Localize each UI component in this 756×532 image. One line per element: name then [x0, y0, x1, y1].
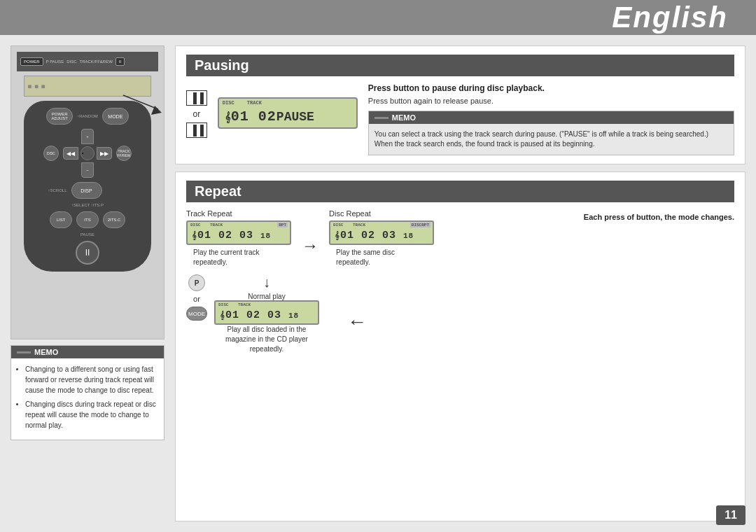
pausing-header: Pausing [186, 55, 734, 76]
disc-btn-label: DISC [47, 151, 55, 155]
track-ff-label: TRACK FF/REW [117, 149, 131, 158]
pause-lcd-display: DISC TRACK 𝄞01 02PAUSE [218, 97, 358, 129]
dr-track-label: TRACK [353, 223, 365, 227]
nav-left[interactable]: ◀◀ [63, 147, 78, 160]
power-button[interactable]: POWERADJUST [46, 108, 73, 125]
remote-row-5: LIST ITS 2ITS.C [29, 211, 146, 228]
power-btn-label: POWERADJUST [51, 112, 67, 120]
pause-or: or [193, 109, 201, 119]
connection-arrow [116, 88, 172, 123]
nav-cluster: + ◀◀ · ▶▶ − [63, 129, 112, 178]
track-ff-button[interactable]: TRACK FF/REW [116, 146, 132, 161]
pause-memo-header: MEMO [369, 111, 734, 124]
pause-memo-box: MEMO You can select a track using the tr… [368, 111, 734, 155]
left-arrow-icon: ← [347, 311, 367, 333]
dr-rpt-label: DISCRPT [410, 223, 430, 227]
its-c-btn-label: 2ITS.C [108, 218, 121, 222]
left-memo-content: Changing to a different song or using fa… [11, 358, 164, 440]
mode-btn-repeat[interactable]: MODE [186, 307, 207, 321]
pause-memo-title: MEMO [392, 113, 416, 122]
tr-rpt-label: RPT [277, 223, 288, 227]
pausing-content: ▐▐ or ▐▐ DISC TRACK 𝄞01 02PAUSE [186, 83, 734, 155]
left-memo-box: MEMO Changing to a different song or usi… [10, 345, 164, 440]
track-repeat-col: Track Repeat DISC TRACK RPT 𝄞01 02 03 18… [186, 209, 291, 267]
pause-label-text: PAUSE [80, 232, 94, 237]
normal-play-col: ↓ Normal play DISC TRACK 𝄞01 02 03 18 Pl… [214, 274, 319, 354]
np-lcd-text: 𝄞01 02 03 18 [220, 309, 299, 321]
svg-line-0 [123, 95, 158, 109]
each-press-text: Each press of button, the mode changes. [584, 213, 734, 221]
its-button[interactable]: ITS [76, 211, 99, 228]
header-bar: English [0, 0, 756, 35]
pause-memo-content: You can select a track using the track s… [369, 124, 734, 155]
nav-down[interactable]: − [81, 162, 94, 178]
pause-button[interactable]: II [76, 241, 99, 265]
normal-play-label: Normal play [248, 293, 285, 300]
each-press-col: Each press of button, the mode changes. [584, 209, 734, 221]
track-repeat-desc: Play the current track repeatedly. [193, 248, 284, 267]
pause-lcd-text: 𝄞01 02PAUSE [225, 108, 314, 125]
remote-container: POWER P PAUSE DISC TRACK/FF&REW II ■ ■ ■ [10, 46, 164, 340]
memo-item-1: Changing to a different song or using fa… [25, 364, 158, 396]
pause-instructions: Press button to pause during disc playba… [368, 83, 734, 155]
select-label: ↑SELECT ↑ITS.P [71, 203, 104, 207]
normal-play-desc: Play all disc loaded in the magazine in … [214, 325, 319, 354]
track-repeat-label: Track Repeat [186, 209, 232, 218]
disc-repeat-desc: Play the same disc repeatedly. [336, 248, 427, 267]
main-content: POWER P PAUSE DISC TRACK/FF&REW II ■ ■ ■ [0, 35, 756, 532]
tr-track-label: TRACK [210, 223, 223, 227]
left-memo-header: MEMO [11, 346, 164, 358]
normal-play-lcd: DISC TRACK 𝄞01 02 03 18 [214, 300, 319, 325]
tr-lcd-text: 𝄞01 02 03 18 [192, 230, 271, 241]
or-text-repeat: or [193, 295, 200, 303]
list-btn-label: LIST [57, 218, 66, 222]
repeat-bottom-row: P or MODE ↓ Normal play DISC TRACK [186, 274, 734, 354]
random-label: ↑RANDOM [77, 114, 98, 118]
p-button[interactable]: P [188, 274, 205, 291]
remote-top-bar: POWER P PAUSE DISC TRACK/FF&REW II [17, 52, 158, 71]
dr-disc-label: DISC [333, 223, 343, 227]
np-disc-label: DISC [218, 302, 228, 307]
right-arrow-icon: → [302, 236, 318, 255]
pause-sub-text: Press button again to release pause. [368, 97, 734, 105]
pausing-title: Pausing [195, 57, 249, 73]
disc-repeat-lcd: DISC TRACK DISCRPT 𝄞01 02 03 18 [329, 220, 434, 245]
left-panel: POWER P PAUSE DISC TRACK/FF&REW II ■ ■ ■ [10, 46, 164, 522]
pausing-section: Pausing ▐▐ or ▐▐ DISC TRACK 𝄞01 02PAUSE [175, 46, 746, 164]
display-text: ■ ■ ■ [28, 83, 45, 90]
disp-button[interactable]: DISP [71, 182, 102, 199]
page-title: English [612, 1, 728, 34]
pause-track-label: TRACK [247, 100, 262, 106]
memo-item-2: Changing discs during track repeat or di… [25, 399, 158, 430]
pause-disc-label: DISC [223, 100, 234, 106]
pause-display-col: DISC TRACK 𝄞01 02PAUSE [218, 83, 358, 129]
page-number: 11 [716, 505, 746, 525]
memo-list: Changing to a different song or using fa… [17, 364, 158, 430]
list-button[interactable]: LIST [50, 211, 72, 228]
nav-up[interactable]: + [81, 129, 94, 144]
remote-row-3: ↑SCROLL DISP [29, 182, 146, 199]
down-arrow-icon: ↓ [263, 274, 270, 290]
pause-symbol-1: ▐▐ [186, 90, 207, 106]
its-btn-label: ITS [84, 218, 90, 222]
pause-label: II [115, 57, 125, 66]
track-repeat-lcd: DISC TRACK RPT 𝄞01 02 03 18 [186, 220, 291, 245]
remote-row-4: ↑SELECT ↑ITS.P [29, 203, 146, 207]
disp-btn-label: DISP [80, 188, 92, 193]
nav-right[interactable]: ▶▶ [97, 147, 112, 160]
remote-row-2: DISC + ◀◀ · ▶▶ − TRACK FF/REW [29, 129, 146, 178]
disc-repeat-label: Disc Repeat [329, 209, 371, 218]
remote-body: POWERADJUST ↑RANDOM MODE DISC + ◀◀ · [24, 101, 151, 272]
remote-row-6: PAUSE [29, 232, 146, 237]
its-c-button[interactable]: 2ITS.C [103, 211, 125, 228]
pause-symbols: ▐▐ or ▐▐ [186, 83, 207, 138]
p-btn-label: P [195, 279, 200, 287]
repeat-title: Repeat [195, 183, 241, 199]
np-track-label: TRACK [238, 302, 251, 307]
disc-repeat-col: Disc Repeat DISC TRACK DISCRPT 𝄞01 02 03… [329, 209, 434, 267]
pause-memo-text: You can select a track using the track s… [374, 130, 708, 148]
pause-btn-label: II [85, 248, 90, 258]
disc-button[interactable]: DISC [43, 146, 59, 161]
remote-row-7: II [29, 241, 146, 265]
left-memo-title: MEMO [34, 348, 58, 356]
